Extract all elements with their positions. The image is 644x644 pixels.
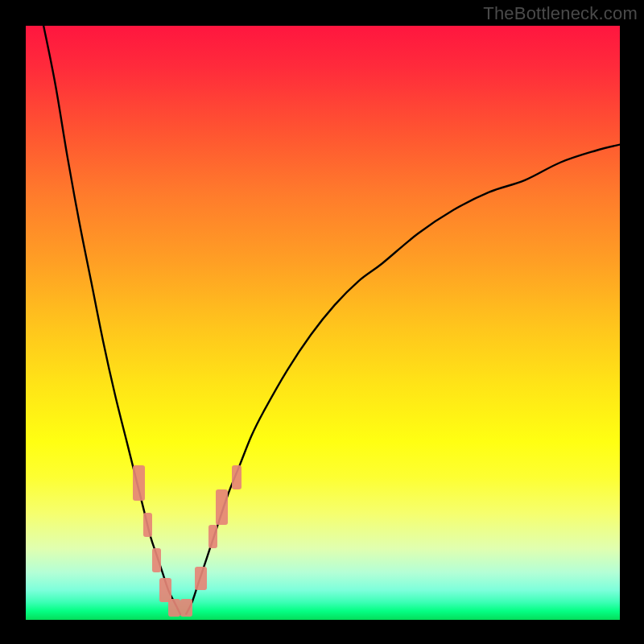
plot-area xyxy=(26,26,620,620)
chart-frame: TheBottleneck.com xyxy=(0,0,644,644)
data-marker xyxy=(152,548,161,572)
data-marker xyxy=(195,567,207,591)
data-marker xyxy=(168,599,180,617)
data-marker xyxy=(143,513,152,537)
watermark-text: TheBottleneck.com xyxy=(483,3,638,24)
data-marker xyxy=(208,525,217,549)
gradient-background xyxy=(26,26,620,620)
data-marker xyxy=(232,465,241,489)
data-marker xyxy=(216,489,228,525)
data-marker xyxy=(133,465,145,501)
data-marker xyxy=(180,599,192,617)
